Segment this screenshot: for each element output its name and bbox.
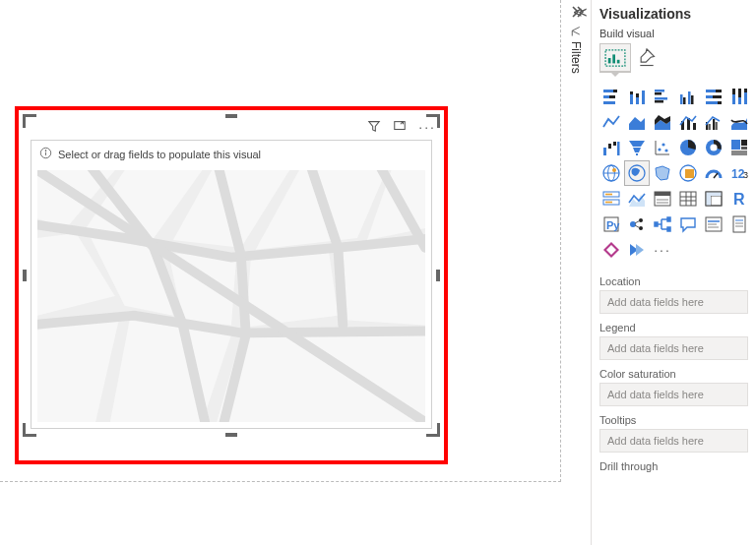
svg-rect-24 — [613, 90, 617, 92]
svg-marker-14 — [343, 238, 425, 326]
build-visual-tab[interactable] — [599, 43, 631, 73]
svg-rect-22 — [617, 59, 620, 63]
svg-rect-39 — [688, 91, 691, 104]
svg-point-85 — [612, 168, 616, 172]
viz-table[interactable] — [676, 187, 700, 211]
svg-marker-17 — [217, 334, 425, 422]
viz-matrix[interactable] — [702, 187, 725, 211]
viz-area[interactable] — [625, 110, 649, 134]
viz-paginated-report[interactable] — [727, 212, 751, 236]
viz-pie[interactable] — [676, 136, 700, 159]
viz-card[interactable]: 123 — [727, 161, 751, 185]
viz-ribbon[interactable] — [727, 110, 751, 134]
viz-qna[interactable] — [676, 212, 700, 236]
viz-filled-map[interactable] — [625, 161, 649, 185]
viz-multi-row-card[interactable] — [599, 187, 623, 211]
svg-rect-58 — [693, 123, 696, 130]
svg-rect-124 — [655, 222, 658, 226]
svg-rect-26 — [609, 95, 615, 98]
svg-text:Py: Py — [606, 219, 620, 231]
viz-power-automate[interactable] — [625, 238, 649, 262]
viz-line-clustered-column[interactable] — [702, 110, 725, 134]
viz-line[interactable] — [599, 110, 623, 134]
viz-clustered-bar[interactable] — [651, 85, 674, 108]
svg-rect-110 — [706, 192, 722, 196]
svg-rect-46 — [718, 101, 722, 104]
svg-rect-101 — [680, 192, 696, 206]
viz-stacked-bar[interactable] — [599, 85, 623, 108]
viz-100-stacked-bar[interactable] — [702, 85, 725, 108]
viz-100-stacked-column[interactable] — [727, 85, 751, 108]
svg-rect-98 — [655, 192, 670, 196]
viz-stacked-area[interactable] — [651, 110, 674, 134]
viz-map[interactable] — [599, 161, 623, 185]
svg-rect-50 — [738, 89, 741, 97]
viz-shape-map[interactable] — [651, 161, 674, 185]
visualizations-pane: Visualizations Build visual — [591, 0, 756, 545]
viz-donut[interactable] — [702, 136, 725, 159]
info-icon — [39, 147, 52, 161]
viz-power-apps[interactable] — [599, 238, 623, 262]
pane-subhead: Build visual — [599, 28, 748, 39]
field-well-2[interactable]: Add data fields here — [599, 383, 748, 406]
viz-kpi[interactable] — [625, 187, 649, 211]
resize-handle-b[interactable] — [225, 433, 237, 437]
collapse-pane-icon[interactable] — [572, 4, 590, 22]
svg-point-117 — [639, 226, 643, 230]
viz-treemap[interactable] — [727, 136, 751, 159]
viz-waterfall[interactable] — [599, 136, 623, 159]
svg-rect-79 — [741, 140, 747, 146]
resize-handle-tl[interactable] — [23, 114, 36, 128]
visual-body: Select or drag fields to populate this v… — [31, 140, 432, 429]
svg-rect-27 — [603, 101, 615, 104]
field-label-2: Color saturation — [599, 368, 748, 380]
viz-decomposition-tree[interactable] — [651, 212, 674, 236]
resize-handle-l[interactable] — [23, 270, 27, 281]
svg-rect-126 — [667, 227, 670, 231]
viz-key-influencers[interactable] — [625, 212, 649, 236]
viz-smart-narrative[interactable] — [702, 212, 725, 236]
svg-point-72 — [658, 148, 661, 151]
svg-rect-28 — [630, 94, 633, 104]
visual-hint-row: Select or drag fields to populate this v… — [32, 141, 431, 167]
resize-handle-t[interactable] — [225, 114, 237, 118]
svg-line-118 — [635, 221, 640, 224]
svg-rect-40 — [691, 95, 694, 104]
svg-marker-68 — [633, 148, 641, 152]
map-placeholder — [37, 170, 425, 422]
viz-python[interactable]: Py — [599, 212, 623, 236]
viz-r-script[interactable]: R — [727, 187, 751, 211]
viz-line-stacked-column[interactable] — [676, 110, 700, 134]
viz-more[interactable]: ··· — [651, 238, 674, 262]
svg-rect-80 — [741, 147, 747, 150]
viz-scatter[interactable] — [651, 136, 674, 159]
svg-text:R: R — [733, 191, 745, 208]
svg-rect-52 — [744, 89, 747, 92]
visual-container[interactable]: ··· Select or drag fields to populate th… — [25, 116, 438, 435]
viz-funnel[interactable] — [625, 136, 649, 159]
viz-azure-map[interactable] — [676, 161, 700, 185]
svg-rect-25 — [603, 95, 609, 98]
viz-gauge[interactable] — [702, 161, 725, 185]
resize-handle-r[interactable] — [436, 270, 440, 281]
svg-marker-67 — [629, 141, 645, 147]
svg-rect-65 — [613, 142, 616, 146]
more-options-icon[interactable]: ··· — [418, 120, 436, 134]
viz-stacked-column[interactable] — [625, 85, 649, 108]
svg-rect-32 — [642, 91, 645, 104]
svg-rect-44 — [713, 95, 722, 98]
svg-rect-31 — [636, 93, 639, 97]
field-label-1: Legend — [599, 322, 748, 333]
field-well-3[interactable]: Add data fields here — [599, 429, 748, 453]
svg-line-119 — [635, 225, 640, 228]
field-well-0[interactable]: Add data fields here — [599, 290, 748, 314]
viz-clustered-column[interactable] — [676, 85, 700, 108]
focus-mode-icon[interactable] — [393, 119, 407, 136]
field-well-1[interactable]: Add data fields here — [599, 336, 748, 360]
svg-rect-78 — [731, 140, 740, 150]
viz-slicer[interactable] — [651, 187, 674, 211]
field-label-3: Tooltips — [599, 414, 748, 426]
format-visual-tab[interactable] — [631, 43, 662, 73]
filter-icon[interactable] — [367, 119, 381, 136]
svg-point-77 — [710, 144, 717, 151]
